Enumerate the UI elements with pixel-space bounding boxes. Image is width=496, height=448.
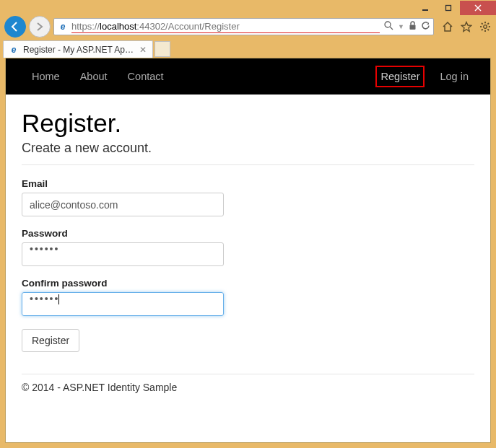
forward-button[interactable] [29,16,51,38]
divider [22,374,474,374]
svg-line-5 [390,27,393,30]
password-field[interactable]: •••••• [22,242,224,266]
window-maximize-button[interactable] [437,1,460,15]
site-navbar: Home About Contact Register Log in [6,58,490,95]
tab-close-icon[interactable]: ✕ [139,45,147,55]
nav-register[interactable]: Register [380,71,419,82]
nav-contact[interactable]: Contact [128,71,164,82]
nav-home[interactable]: Home [32,71,60,82]
svg-rect-1 [446,6,451,11]
tab-title: Register - My ASP.NET App... [23,45,135,55]
browser-toolbar: e https://localhost:44302/Account/Regist… [0,16,496,38]
search-icon[interactable] [384,21,393,32]
window-minimize-button[interactable] [414,1,437,15]
page-viewport: Home About Contact Register Log in Regis… [5,58,491,443]
register-button[interactable]: Register [22,329,79,352]
svg-rect-6 [410,25,416,30]
svg-point-7 [484,25,487,29]
svg-line-13 [487,29,489,30]
footer-text: © 2014 - ASP.NET Identity Sample [22,382,474,393]
email-label: Email [22,178,474,189]
search-dropdown-icon[interactable]: ▼ [398,23,404,30]
nav-login[interactable]: Log in [440,71,469,82]
svg-line-12 [482,23,483,25]
password-label: Password [22,228,474,239]
confirm-password-label: Confirm password [22,278,474,289]
nav-about[interactable]: About [80,71,108,82]
window-titlebar [0,0,496,16]
back-button[interactable] [4,16,26,38]
text-caret [58,294,59,304]
divider [22,164,474,165]
ie-favicon-icon: e [8,44,19,56]
browser-tab[interactable]: e Register - My ASP.NET App... ✕ [3,40,153,58]
settings-gear-icon[interactable] [479,20,492,33]
home-icon[interactable] [441,20,454,33]
confirm-password-field[interactable]: •••••• [22,292,224,316]
lock-icon [409,21,417,32]
svg-rect-0 [422,9,428,11]
svg-point-4 [385,22,391,27]
svg-line-15 [487,23,489,25]
email-field[interactable] [22,193,224,216]
new-tab-button[interactable] [155,41,170,57]
svg-line-14 [482,29,483,30]
tab-strip: e Register - My ASP.NET App... ✕ [0,38,496,58]
refresh-icon[interactable] [421,21,430,32]
favorites-icon[interactable] [460,20,473,33]
address-url: https://localhost:44302/Account/Register [71,20,380,33]
address-bar[interactable]: e https://localhost:44302/Account/Regist… [53,18,434,35]
ie-favicon-icon: e [57,21,69,32]
window-close-button[interactable] [460,1,496,15]
page-subtitle: Create a new account. [22,141,474,156]
page-heading: Register. [22,109,474,138]
